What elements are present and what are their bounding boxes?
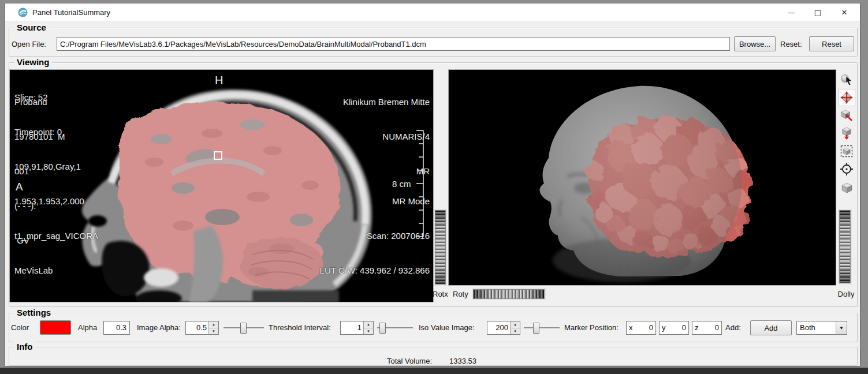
app-window: Panel TutorialSummary — □ ✕ Source Open … <box>5 3 860 366</box>
dolly-label: Dolly <box>835 290 858 298</box>
marker-z-field[interactable]: z0 <box>692 321 722 335</box>
desktop-background: Panel TutorialSummary — □ ✕ Source Open … <box>0 0 868 374</box>
image-alpha-label: Image Alpha: <box>137 323 181 332</box>
threshold-slider[interactable] <box>377 321 413 334</box>
scale-label: 8 cm <box>392 178 411 190</box>
app-icon <box>18 8 28 17</box>
add-button[interactable]: Add <box>750 320 792 335</box>
spin-up-icon: ▲ <box>511 321 520 328</box>
color-swatch-button[interactable] <box>40 320 71 335</box>
reset-label: Reset: <box>780 40 802 48</box>
window-title: Panel TutorialSummary <box>32 8 110 17</box>
iso-value-label: Iso Value Image: <box>419 323 475 332</box>
camera-type-icon[interactable] <box>839 179 855 195</box>
seek-icon[interactable] <box>839 161 855 177</box>
total-volume-value: 1333.53 <box>449 357 476 365</box>
settings-group-title: Settings <box>14 308 54 317</box>
threshold-label: Threshold Interval: <box>269 323 331 332</box>
threshold-spinbox[interactable]: 1 ▲▼ <box>340 321 374 335</box>
slice-status-overlay: Slice: 52 Timepoint: 0 109,91,80,Gray,1 … <box>14 69 98 300</box>
source-group-title: Source <box>14 23 49 32</box>
viewing-group-title: Viewing <box>14 57 52 67</box>
marker-y-field[interactable]: y0 <box>659 321 689 335</box>
rotx-label: Rotx <box>433 290 448 298</box>
title-bar: Panel TutorialSummary — □ ✕ <box>5 3 860 21</box>
viewer-toolbar <box>837 72 856 195</box>
spin-up-icon: ▲ <box>364 321 373 328</box>
iso-value-slider[interactable] <box>524 321 560 334</box>
close-button[interactable]: ✕ <box>831 3 858 21</box>
spin-down-icon: ▼ <box>511 328 520 335</box>
info-group-title: Info <box>14 342 36 351</box>
maximize-button[interactable]: □ <box>804 3 831 21</box>
marker-x-field[interactable]: x0 <box>626 321 656 335</box>
set-home-icon[interactable] <box>839 125 855 141</box>
iso-value-spinbox[interactable]: 200 ▲▼ <box>487 321 520 335</box>
orientation-label-h: H <box>215 74 223 86</box>
minimize-button[interactable]: — <box>778 3 804 21</box>
spin-up-icon: ▲ <box>209 321 218 328</box>
scan-mode-overlay: MR Mode Scan: 20070616 LUT C/W: 439.962 … <box>320 173 430 300</box>
dolly-thumbwheel[interactable] <box>839 210 851 283</box>
roty-thumbwheel[interactable] <box>473 289 545 299</box>
head-3d-render <box>449 70 836 285</box>
color-label: Color <box>11 323 29 332</box>
mode-dropdown[interactable]: Both ▼ <box>796 321 847 335</box>
viewer-3d[interactable] <box>448 69 836 286</box>
slice-viewer-2d[interactable]: Proband 19780101 M 001 (- - -): GV H A K… <box>9 69 434 302</box>
home-icon[interactable] <box>839 107 855 124</box>
alpha-field[interactable]: 0.3 <box>103 321 130 335</box>
image-alpha-slider[interactable] <box>223 321 264 334</box>
reset-button[interactable]: Reset <box>809 36 854 51</box>
marker-position-label: Marker Position: <box>564 323 619 332</box>
roty-label: Roty <box>453 290 468 298</box>
chevron-down-icon: ▼ <box>836 321 847 334</box>
total-volume-label: Total Volume: <box>387 357 432 365</box>
open-file-input[interactable] <box>57 37 730 51</box>
info-group: Info <box>9 347 858 366</box>
add-label: Add: <box>725 323 741 332</box>
window-bottom-edge <box>0 368 868 374</box>
spin-down-icon: ▼ <box>364 328 373 335</box>
slice-marker-square <box>214 151 222 160</box>
browse-button[interactable]: Browse... <box>734 36 776 51</box>
rotate-view-icon[interactable] <box>839 89 855 106</box>
image-alpha-spinbox[interactable]: 0.5 ▲▼ <box>185 321 219 335</box>
alpha-label: Alpha <box>78 323 97 332</box>
left-thumbwheel[interactable] <box>435 210 446 285</box>
pointer-pick-icon[interactable] <box>839 72 855 88</box>
scale-ruler <box>414 130 427 237</box>
spin-down-icon: ▼ <box>209 328 218 335</box>
view-all-icon[interactable] <box>839 143 855 159</box>
open-file-label: Open File: <box>12 40 46 48</box>
